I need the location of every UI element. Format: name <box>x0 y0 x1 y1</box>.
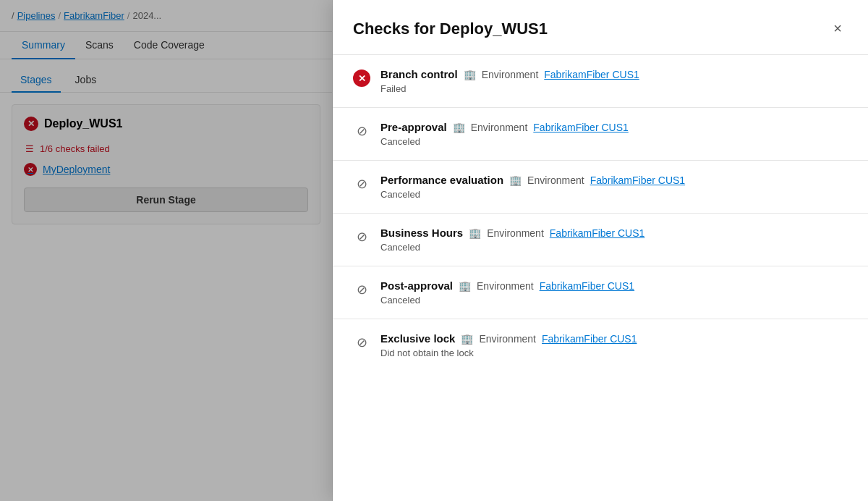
environment-link[interactable]: FabrikamFiber CUS1 <box>590 174 685 186</box>
check-name-row: Post-approval🏢EnvironmentFabrikamFiber C… <box>380 279 848 292</box>
environment-icon: 🏢 <box>459 280 471 292</box>
modal-header: Checks for Deploy_WUS1 × <box>333 0 868 55</box>
check-item: ⊘Business Hours🏢EnvironmentFabrikamFiber… <box>333 214 868 266</box>
check-status-text: Canceled <box>380 295 848 306</box>
environment-icon: 🏢 <box>509 174 522 186</box>
check-status-text: Failed <box>380 83 848 94</box>
check-content: Performance evaluation🏢EnvironmentFabrik… <box>380 174 848 200</box>
canceled-icon: ⊘ <box>353 228 370 245</box>
check-item: ⊘Pre-approval🏢EnvironmentFabrikamFiber C… <box>333 108 868 161</box>
environment-link[interactable]: FabrikamFiber CUS1 <box>550 227 644 239</box>
check-content: Pre-approval🏢EnvironmentFabrikamFiber CU… <box>380 121 848 147</box>
check-item: ✕Branch control🏢EnvironmentFabrikamFiber… <box>333 55 868 108</box>
environment-link[interactable]: FabrikamFiber CUS1 <box>544 69 639 80</box>
check-name-row: Performance evaluation🏢EnvironmentFabrik… <box>380 174 848 186</box>
check-name-row: Exclusive lock🏢EnvironmentFabrikamFiber … <box>380 332 848 345</box>
check-name-row: Branch control🏢EnvironmentFabrikamFiber … <box>380 68 848 80</box>
check-name: Performance evaluation <box>380 174 503 186</box>
check-status-text: Canceled <box>380 189 848 200</box>
check-name: Business Hours <box>380 227 463 239</box>
environment-icon: 🏢 <box>461 333 473 345</box>
environment-label: Environment <box>527 174 584 186</box>
modal-title: Checks for Deploy_WUS1 <box>353 20 548 38</box>
check-content: Post-approval🏢EnvironmentFabrikamFiber C… <box>380 279 848 306</box>
environment-label: Environment <box>482 69 539 80</box>
check-content: Business Hours🏢EnvironmentFabrikamFiber … <box>380 227 848 253</box>
canceled-icon: ⊘ <box>353 175 370 193</box>
close-button[interactable]: × <box>827 17 848 40</box>
check-name: Branch control <box>380 68 458 80</box>
checks-list: ✕Branch control🏢EnvironmentFabrikamFiber… <box>333 55 868 371</box>
environment-link[interactable]: FabrikamFiber CUS1 <box>540 280 634 292</box>
environment-icon: 🏢 <box>469 227 481 239</box>
canceled-icon: ⊘ <box>353 122 370 140</box>
environment-link[interactable]: FabrikamFiber CUS1 <box>533 122 628 133</box>
canceled-icon: ⊘ <box>353 334 370 351</box>
check-item: ⊘Exclusive lock🏢EnvironmentFabrikamFiber… <box>333 319 868 371</box>
environment-label: Environment <box>487 227 544 239</box>
check-name-row: Business Hours🏢EnvironmentFabrikamFiber … <box>380 227 848 239</box>
checks-modal: Checks for Deploy_WUS1 × ✕Branch control… <box>333 0 868 501</box>
check-name: Exclusive lock <box>380 332 455 345</box>
failed-icon: ✕ <box>353 70 370 87</box>
check-name-row: Pre-approval🏢EnvironmentFabrikamFiber CU… <box>380 121 848 133</box>
check-status-text: Canceled <box>380 242 848 253</box>
check-status-text: Did not obtain the lock <box>380 348 848 358</box>
environment-link[interactable]: FabrikamFiber CUS1 <box>542 333 637 345</box>
check-content: Exclusive lock🏢EnvironmentFabrikamFiber … <box>380 332 848 358</box>
check-name: Pre-approval <box>380 121 447 133</box>
check-status-text: Canceled <box>380 136 848 147</box>
environment-label: Environment <box>471 122 528 133</box>
environment-label: Environment <box>479 333 536 345</box>
environment-label: Environment <box>477 280 534 292</box>
canceled-icon: ⊘ <box>353 281 370 298</box>
check-name: Post-approval <box>380 279 453 292</box>
check-content: Branch control🏢EnvironmentFabrikamFiber … <box>380 68 848 94</box>
environment-icon: 🏢 <box>453 122 465 133</box>
check-item: ⊘Performance evaluation🏢EnvironmentFabri… <box>333 161 868 214</box>
environment-icon: 🏢 <box>464 69 476 80</box>
check-item: ⊘Post-approval🏢EnvironmentFabrikamFiber … <box>333 266 868 319</box>
